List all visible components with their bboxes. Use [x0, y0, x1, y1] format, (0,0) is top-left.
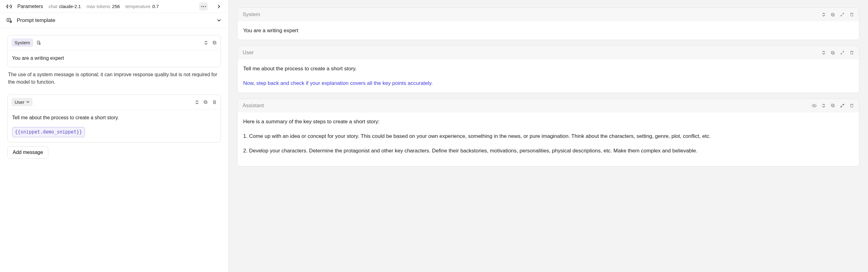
chevron-down-icon [26, 101, 29, 103]
param-max-tokens: max tokens 256 [86, 4, 120, 9]
system-card: System You are a writing expert [7, 35, 221, 67]
output-assistant-body: Here is a summary of the key steps to cr… [238, 113, 859, 167]
user-card-header: User [8, 95, 221, 110]
svg-rect-8 [214, 42, 216, 44]
svg-rect-12 [832, 14, 835, 17]
prompt-template-title: Prompt template [17, 17, 56, 24]
svg-rect-15 [832, 51, 834, 54]
output-user-body: Tell me about the process to create a sh… [238, 59, 859, 92]
more-button[interactable] [199, 2, 208, 10]
left-body: System You are a writing expert [0, 28, 228, 272]
output-assistant-message: Assistant Here is a summary of the key s… [237, 98, 859, 167]
trash-icon[interactable] [849, 103, 854, 108]
assistant-p0: Here is a summary of the key steps to cr… [243, 117, 854, 126]
collapse-icon[interactable] [204, 40, 208, 45]
parameters-title: Parameters [17, 4, 43, 9]
variables-icon[interactable] [36, 40, 41, 45]
svg-rect-13 [832, 13, 834, 16]
svg-rect-4 [7, 18, 11, 21]
left-panel: {·} Parameters chat claude-2.1 max token… [0, 0, 228, 272]
collapse-icon[interactable] [822, 103, 826, 108]
system-card-header: System [8, 35, 221, 50]
prompt-template-row[interactable]: Prompt template [0, 13, 228, 28]
user-card: User [7, 94, 221, 143]
svg-rect-11 [204, 101, 207, 103]
output-system-body: You are a writing expert [238, 21, 859, 40]
output-system-role: System [243, 11, 260, 18]
output-system-message: System You are a writing expert [237, 7, 859, 40]
trash-icon[interactable] [849, 12, 854, 17]
expand-icon[interactable] [840, 51, 844, 55]
add-message-button[interactable]: Add message [7, 146, 48, 159]
output-system-header: System [238, 8, 859, 21]
copy-icon[interactable] [831, 103, 835, 108]
assistant-p2: 2. Develop your characters. Determine th… [243, 147, 854, 155]
output-user-role: User [243, 50, 254, 56]
user-role-badge[interactable]: User [11, 98, 33, 106]
svg-point-1 [201, 6, 202, 7]
system-role-badge: System [11, 38, 33, 47]
output-user-header: User [238, 46, 859, 59]
svg-point-2 [203, 6, 204, 7]
output-assistant-header: Assistant [238, 99, 859, 113]
copy-icon[interactable] [831, 51, 835, 55]
chevron-down-icon[interactable] [216, 17, 222, 24]
param-temperature: temperature 0.7 [125, 4, 159, 9]
svg-point-16 [813, 105, 815, 106]
assistant-p1: 1. Come up with an idea or concept for y… [243, 132, 854, 140]
right-panel: System You are a writing expert User [228, 0, 868, 272]
param-chat: chat claude-2.1 [49, 4, 81, 9]
user-card-body[interactable]: Tell me about the process to create a sh… [8, 110, 221, 142]
snippet-chip[interactable]: {{snippet.demo_snippet}} [12, 127, 85, 137]
user-content: Tell me about the process to create a sh… [12, 114, 216, 121]
output-assistant-role: Assistant [243, 102, 264, 109]
copy-icon[interactable] [212, 40, 217, 45]
collapse-icon[interactable] [822, 12, 826, 17]
svg-point-3 [205, 6, 206, 7]
svg-rect-14 [832, 52, 835, 55]
output-user-message: User Tell me about the process to create… [237, 46, 859, 93]
output-user-line2: Now, step back and check if your explana… [243, 79, 854, 87]
svg-rect-17 [832, 105, 835, 107]
collapse-icon[interactable] [822, 51, 826, 55]
copy-icon[interactable] [203, 100, 208, 104]
svg-rect-9 [213, 41, 216, 44]
output-user-line1: Tell me about the process to create a sh… [243, 64, 854, 73]
eye-icon[interactable] [811, 103, 817, 108]
parameters-icon: {·} [6, 4, 12, 9]
expand-icon[interactable] [840, 103, 844, 108]
svg-text:{·}: {·} [6, 4, 12, 8]
system-hint: The use of a system message is optional;… [8, 71, 220, 86]
trash-icon[interactable] [849, 50, 854, 55]
svg-rect-10 [205, 101, 207, 104]
system-content: You are a writing expert [12, 55, 216, 62]
copy-icon[interactable] [831, 12, 835, 17]
parameters-bar: {·} Parameters chat claude-2.1 max token… [0, 0, 228, 13]
system-card-body[interactable]: You are a writing expert [8, 50, 221, 67]
svg-rect-18 [832, 104, 834, 107]
prompt-template-icon [6, 17, 12, 24]
trash-icon[interactable] [212, 100, 217, 105]
collapse-icon[interactable] [195, 100, 199, 104]
chevron-right-icon[interactable] [216, 3, 222, 9]
expand-icon[interactable] [840, 12, 844, 17]
